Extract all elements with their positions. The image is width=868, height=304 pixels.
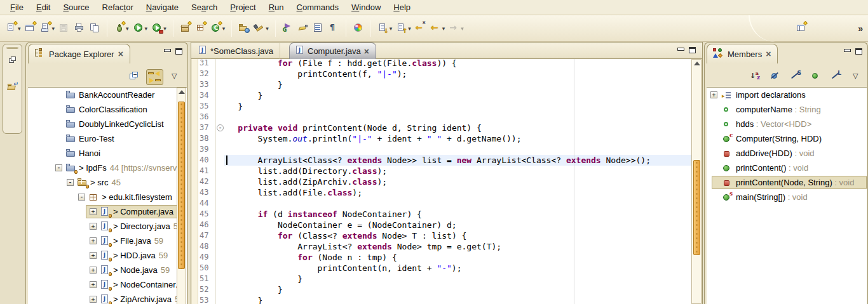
scrollbar-thumb[interactable] [693,160,700,255]
hide-local-types-button[interactable]: L [831,70,842,84]
tree-item[interactable]: +J> File.java59 [28,234,178,248]
last-edit-location-button[interactable]: ←* [414,20,428,37]
tree-item[interactable]: -> edu.kit.filesystem [28,190,178,204]
hide-fields-button[interactable] [770,70,781,84]
close-icon[interactable]: × [766,50,771,58]
previous-annotation-button[interactable]: ↑▾ [395,20,412,37]
debug-button[interactable]: ▾ [112,20,130,37]
menu-search[interactable]: Search [185,1,224,13]
maximize-button[interactable] [175,48,182,55]
menu-commands[interactable]: Commands [290,1,345,13]
tree-item[interactable]: +J> NodeContainer.java59 [28,278,178,292]
menu-navigate[interactable]: Navigate [140,1,185,13]
expander-icon[interactable]: + [710,91,717,98]
open-resource-button[interactable] [88,20,102,37]
open-perspective-button[interactable] [796,22,807,36]
tree-item[interactable]: +J> ZipArchiv.java59 [28,293,178,304]
sort-button[interactable]: ↓az [749,70,761,84]
view-menu-button[interactable]: ▽ [170,70,181,84]
menu-project[interactable]: Project [224,1,262,13]
new-java-class-button[interactable]: C▾ [209,20,227,37]
new-java-project-button[interactable] [179,20,193,37]
new-window-button[interactable] [24,20,37,37]
tree-item[interactable]: -> IpdFs44 [https://svnserver.i [28,161,178,175]
collapse-all-button[interactable] [128,70,140,84]
member-item[interactable]: printContent() : void [707,161,867,175]
scroll-up-arrow-icon[interactable] [179,90,185,94]
menu-file[interactable]: File [4,1,30,13]
hide-static-button[interactable]: S [790,70,801,84]
scroll-up-arrow-icon[interactable] [694,62,700,65]
mark-occurrences-button[interactable] [296,20,310,37]
line-number-ruler[interactable]: 3132333435363738394041424344454647484950… [198,59,216,304]
open-folder-view-button[interactable]: ↵ [7,81,18,93]
hide-non-public-button[interactable] [810,70,822,84]
tree-scrollbar[interactable] [177,88,186,304]
annotation-ruler[interactable] [192,59,198,304]
members-list[interactable]: +▸import declarationscomputerName : Stri… [707,87,867,304]
tab-someclass-java[interactable]: J *SomeClass.java [193,43,280,59]
member-item[interactable]: +▸import declarations [707,88,867,102]
menu-window[interactable]: Window [345,1,387,13]
package-explorer-tab[interactable]: Package Explorer × [28,44,130,63]
next-annotation-button[interactable]: ↓▾ [376,20,394,37]
close-icon[interactable]: × [118,50,123,58]
tree-item[interactable]: Hanoi [28,147,178,161]
expander-icon[interactable]: + [90,208,97,215]
member-item[interactable]: printContent(Node, String) : void [707,176,867,190]
restore-view-button[interactable] [7,55,18,66]
back-button[interactable]: ←▾ [429,20,447,37]
expander-icon[interactable]: - [78,194,85,201]
run-button[interactable]: ▾ [132,20,149,37]
show-outline-button[interactable] [311,20,325,37]
tab-close-icon[interactable]: × [364,48,369,55]
member-item[interactable]: cComputer(String, HDD) [707,132,867,146]
print-button[interactable] [72,20,86,37]
code-editor[interactable]: 3132333435363738394041424344454647484950… [198,59,693,304]
members-tab[interactable]: Members × [707,44,778,63]
minimize-button[interactable] [164,49,171,52]
open-artifact-button[interactable] [237,20,251,37]
member-item[interactable]: smain(String[]) : void [707,190,867,204]
tree-item[interactable]: Euro-Test [28,132,178,146]
maximize-button[interactable] [855,48,862,55]
tree-item[interactable]: +J> Computer.java59 [28,205,178,219]
link-with-editor-button[interactable] [146,69,163,85]
menu-help[interactable]: Help [387,1,417,13]
tree-item[interactable]: BankAccountReader [28,88,178,102]
save-button[interactable] [57,20,71,37]
project-tree[interactable]: BankAccountReaderColorClassificationDoub… [28,87,178,304]
menu-run[interactable]: Run [262,1,290,13]
minimize-button[interactable] [844,49,851,52]
tree-item[interactable]: +J> Node.java59 [28,263,178,277]
show-whitespace-button[interactable]: ¶ [327,20,341,37]
view-menu-button[interactable]: ▽ [851,70,862,84]
tree-item[interactable]: DoublyLinkedCyclicList [28,117,178,131]
tree-item[interactable]: ColorClassification [28,103,178,117]
tree-item[interactable]: -> src45 [28,176,178,190]
expander-icon[interactable]: + [90,296,97,303]
menu-source[interactable]: Source [57,1,95,13]
member-item[interactable]: hdds : Vector<HDD> [707,117,867,131]
tree-item[interactable]: +J> HDD.java59 [28,249,178,263]
menu-edit[interactable]: Edit [30,1,57,13]
editor-scrollbar[interactable] [691,59,702,304]
scrollbar-thumb[interactable] [178,102,185,269]
open-type-hierarchy-button[interactable]: G [281,20,295,37]
expander-icon[interactable]: + [90,237,97,244]
expander-icon[interactable]: - [67,179,74,186]
menu-refactor[interactable]: Refactor [96,1,140,13]
member-item[interactable]: addDrive(HDD) : void [707,147,867,161]
maximize-button[interactable] [689,47,696,53]
toolbar-overflow-chevron[interactable]: » [858,23,863,34]
color-ball-button[interactable] [351,20,365,37]
new-java-package-button[interactable] [194,20,208,37]
expander-icon[interactable]: - [55,164,62,171]
new-view-button[interactable]: ▾ [39,20,57,37]
new-wizard-button[interactable]: ▾ [4,20,22,37]
tab-computer-java[interactable]: J Computer.java × [289,43,376,59]
tree-item[interactable]: +J> Directory.java59 [28,220,178,234]
member-item[interactable]: computerName : String [707,103,867,117]
expander-icon[interactable]: + [90,281,97,288]
forward-button[interactable]: →▾ [447,20,465,37]
